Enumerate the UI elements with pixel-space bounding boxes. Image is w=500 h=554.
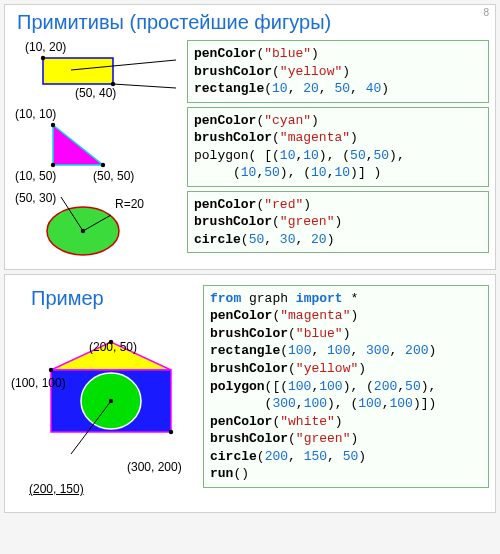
svg-line-4 xyxy=(113,84,176,88)
circle-code: penColor("red") brushColor("green") circ… xyxy=(187,191,489,254)
ex-label-left: (100, 100) xyxy=(11,376,66,390)
polygon-diagram: (10, 10) (10, 50) (50, 50) xyxy=(11,107,181,187)
rectangle-diagram: (10, 20) (50, 40) xyxy=(11,40,181,102)
svg-rect-0 xyxy=(43,58,113,84)
svg-marker-5 xyxy=(53,125,103,165)
rect-label-br: (50, 40) xyxy=(75,86,116,100)
example-title: Пример xyxy=(11,281,197,314)
primitives-title: Примитивы (простейшие фигуры) xyxy=(5,5,495,38)
example-diagram: (200, 50) (100, 100) (200, 150) (300, xyxy=(11,334,197,504)
svg-point-17 xyxy=(49,368,53,372)
circ-label-c: (50, 30) xyxy=(15,191,56,205)
circ-label-r: R=20 xyxy=(115,197,144,211)
ex-label-top: (200, 50) xyxy=(89,340,137,354)
circle-row: (50, 30) R=20 penColor("red") brushColor… xyxy=(5,189,495,269)
svg-point-8 xyxy=(101,162,105,166)
primitives-panel: 8 Примитивы (простейшие фигуры) (10, 20)… xyxy=(4,4,496,270)
svg-point-6 xyxy=(51,122,55,126)
ex-label-center: (200, 150) xyxy=(29,482,84,496)
example-panel: Пример (200, 50) (100, 100) (2 xyxy=(4,274,496,513)
page-number: 8 xyxy=(483,7,489,18)
polygon-code: penColor("cyan") brushColor("magenta") p… xyxy=(187,107,489,187)
svg-point-1 xyxy=(41,56,45,60)
svg-point-18 xyxy=(169,430,173,434)
svg-point-7 xyxy=(51,162,55,166)
ex-label-right: (300, 200) xyxy=(127,460,182,474)
poly-label-br: (50, 50) xyxy=(93,169,134,183)
poly-label-bl: (10, 50) xyxy=(15,169,56,183)
rectangle-code: penColor("blue") brushColor("yellow") re… xyxy=(187,40,489,103)
polygon-row: (10, 10) (10, 50) (50, 50) penColor("cya… xyxy=(5,105,495,189)
example-code: from graph import * penColor("magenta") … xyxy=(203,285,489,488)
rectangle-row: (10, 20) (50, 40) penColor("blue") brush… xyxy=(5,38,495,105)
circle-diagram: (50, 30) R=20 xyxy=(11,191,181,261)
poly-label-tl: (10, 10) xyxy=(15,107,56,121)
rect-label-tl: (10, 20) xyxy=(25,40,66,54)
